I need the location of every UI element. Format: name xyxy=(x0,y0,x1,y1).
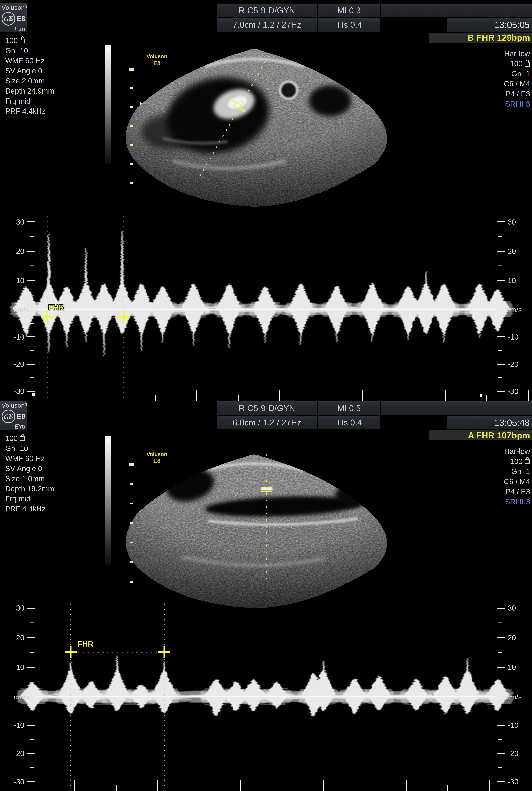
svg-text:cm/s: cm/s xyxy=(14,306,29,314)
svg-text:10: 10 xyxy=(16,663,24,672)
grayscale-bar xyxy=(105,436,111,565)
machine-logo: Voluson™ GE E8 Exp xyxy=(0,401,27,430)
depth-marker xyxy=(130,522,133,524)
depth-marker xyxy=(130,183,133,184)
svg-text:-20: -20 xyxy=(14,360,24,368)
exam-panel-b: Voluson™ GE E8 Exp RIC5-9-D/GYN MI 0.3 7… xyxy=(0,0,532,398)
depth-marker xyxy=(130,561,133,563)
svg-text:20: 20 xyxy=(508,634,516,642)
doppler-spectrum: 303020201010-10-10-20-20-30-30cm/scm/s xyxy=(0,213,532,402)
param-line: Depth 24.9mm xyxy=(5,86,54,96)
svg-text:20: 20 xyxy=(16,634,24,642)
caliper-label: FHR xyxy=(48,303,64,312)
param-line: Depth 19.2mm xyxy=(5,484,54,494)
model-name: E8 xyxy=(17,413,25,420)
svg-text:-20: -20 xyxy=(508,360,518,368)
image-params: Har-low100Gn -1C6 / M4P4 / E3SRI II 3 xyxy=(416,446,530,507)
svg-text:30: 30 xyxy=(508,604,516,612)
param-line: P4 / E3 xyxy=(416,89,530,99)
svg-text:cm/s: cm/s xyxy=(507,306,522,314)
param-line: Har-low xyxy=(416,446,530,456)
param-line: SV Angle 0 xyxy=(5,66,54,76)
depth-marker xyxy=(130,125,133,127)
patient-id-redacted xyxy=(46,18,217,32)
lock-icon xyxy=(525,62,530,67)
header-filler xyxy=(381,4,532,17)
redacted-field xyxy=(381,18,445,32)
exp-mode-label: Exp xyxy=(2,25,26,33)
probe-preset: RIC5-9-D/GYN xyxy=(217,4,317,17)
param-line: C6 / M4 xyxy=(416,476,530,487)
ge-logo-icon: GE xyxy=(1,409,16,424)
image-params: Har-low100Gn -1C6 / M4P4 / E3SRI II 3 xyxy=(416,49,530,109)
depth-marker xyxy=(129,464,134,466)
svg-text:30: 30 xyxy=(16,218,24,226)
param-line: Gn -10 xyxy=(5,45,54,56)
param-line: Size 2.0mm xyxy=(5,76,54,86)
fhr-result-banner: B FHR 129bpm xyxy=(429,33,532,43)
depth-marker xyxy=(130,581,133,583)
svg-text:-10: -10 xyxy=(14,721,24,729)
svg-text:-10: -10 xyxy=(508,333,518,341)
svg-text:10: 10 xyxy=(508,663,516,672)
grayscale-bar xyxy=(105,45,111,164)
param-line: Size 1.0mm xyxy=(5,474,54,484)
param-line: Frq mid xyxy=(5,494,54,504)
bmode-image xyxy=(114,47,406,208)
param-line: Frq mid xyxy=(5,96,54,106)
svg-text:-30: -30 xyxy=(508,777,518,786)
svg-text:-10: -10 xyxy=(14,333,24,341)
ge-logo-icon: GE xyxy=(1,11,16,26)
svg-text:-30: -30 xyxy=(508,387,518,396)
clock: 13:05:05 xyxy=(447,18,532,32)
sweep-marker xyxy=(32,393,35,396)
svg-text:-30: -30 xyxy=(14,777,24,786)
depth-marker xyxy=(130,106,133,108)
patient-name-redacted xyxy=(27,401,172,415)
depth-marker xyxy=(130,145,133,146)
svg-text:cm/s: cm/s xyxy=(14,693,29,701)
tis-value: TIs 0.4 xyxy=(318,416,380,429)
tis-value: TIs 0.4 xyxy=(318,18,380,32)
param-line: 100 xyxy=(416,59,530,69)
param-line: 100 xyxy=(5,35,54,45)
param-line: SV Angle 0 xyxy=(5,464,54,474)
lock-icon xyxy=(525,459,530,464)
patient-id-redacted xyxy=(46,416,217,429)
svg-text:10: 10 xyxy=(508,276,516,285)
depth-marker xyxy=(130,542,133,544)
param-line: WMF 60 Hz xyxy=(5,453,54,464)
exp-mode-label: Exp xyxy=(2,423,26,430)
exam-panel-a: Voluson™ GE E8 Exp RIC5-9-D/GYN MI 0.5 6… xyxy=(0,398,532,791)
depth-marker xyxy=(130,483,133,485)
svg-text:-20: -20 xyxy=(14,749,24,758)
param-line: P4 / E3 xyxy=(416,487,530,497)
image-geometry: 6.0cm / 1.2 / 27Hz xyxy=(217,416,317,429)
acquisition-params: 100Gn -10WMF 60 HzSV Angle 0Size 1.0mmDe… xyxy=(5,433,54,514)
brand-name: Voluson™ xyxy=(2,4,26,11)
param-line: 100 xyxy=(5,433,54,443)
fhr-result-banner: A FHR 107bpm xyxy=(429,430,532,440)
sweep-marker xyxy=(480,394,482,397)
depth-marker xyxy=(130,87,133,89)
param-line: SRI II 3 xyxy=(416,497,530,507)
svg-text:-10: -10 xyxy=(508,721,518,729)
doppler-spectrum: 303020201010-10-10-20-20-30-30cm/scm/s xyxy=(0,601,532,791)
caliper-label: FHR xyxy=(77,639,94,648)
svg-text:cm/s: cm/s xyxy=(507,693,522,701)
svg-text:-20: -20 xyxy=(508,749,518,758)
bmode-image xyxy=(114,453,406,609)
depth-marker xyxy=(130,164,133,165)
param-line: SRI II 3 xyxy=(416,99,530,109)
mi-value: MI 0.3 xyxy=(318,4,380,17)
svg-text:20: 20 xyxy=(508,247,516,256)
param-line: Gn -10 xyxy=(5,443,54,453)
svg-text:30: 30 xyxy=(16,604,24,612)
svg-text:30: 30 xyxy=(508,218,516,226)
probe-preset: RIC5-9-D/GYN xyxy=(217,401,317,415)
param-line: Gn -1 xyxy=(416,466,530,476)
clock: 13:05:48 xyxy=(447,416,532,429)
patient-name-redacted xyxy=(27,4,172,17)
header-filler xyxy=(381,401,532,415)
lock-icon xyxy=(20,436,25,441)
